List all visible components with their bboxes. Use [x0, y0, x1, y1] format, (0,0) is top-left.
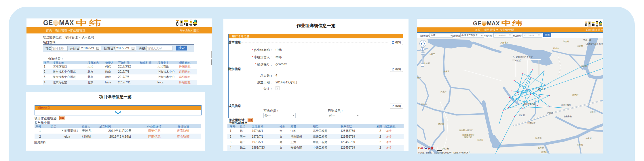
svg-text:湖南华星纸业: 湖南华星纸业: [462, 134, 474, 136]
svg-text:五阳桥幼儿园: 五阳桥幼儿园: [523, 103, 535, 105]
svg-text:杨家村: 杨家村: [585, 137, 592, 140]
svg-text:加好圩村: 加好圩村: [500, 42, 508, 44]
svg-text:陈家村: 陈家村: [577, 144, 583, 146]
svg-text:Bai: Bai: [418, 147, 423, 150]
svg-text:转龙江桥: 转龙江桥: [527, 122, 535, 124]
svg-text:好事港养户 卫生室: 好事港养户 卫生室: [516, 56, 533, 58]
svg-text:有限公司: 有限公司: [464, 136, 472, 138]
svg-text:华夏二路: 华夏二路: [583, 39, 591, 41]
svg-text:侯家湾: 侯家湾: [421, 103, 427, 106]
svg-text:惠南新力模型厂: 惠南新力模型厂: [459, 129, 473, 132]
svg-text:轨迹1: 轨迹1: [538, 87, 545, 91]
svg-text:明勤养老: 明勤养老: [564, 115, 572, 117]
svg-text:叶春村: 叶春村: [553, 47, 559, 50]
svg-text:练西村: 练西村: [572, 94, 578, 96]
svg-text:陆家宅: 陆家宅: [535, 137, 542, 139]
svg-text:田肚浜: 田肚浜: [515, 59, 521, 62]
svg-text:黄家湾: 黄家湾: [440, 91, 447, 93]
svg-text:沪南路: 沪南路: [547, 112, 553, 114]
svg-text:◦ 上海思学苑校 有限公司: ◦ 上海思学苑校 有限公司: [585, 43, 603, 45]
svg-text:日湖江海桥: 日湖江海桥: [561, 104, 571, 106]
svg-text:金星村: 金星村: [424, 62, 430, 65]
svg-text:史家圩: 史家圩: [477, 139, 483, 141]
svg-text:西曹村: 西曹村: [541, 151, 547, 153]
svg-text:黄家坝: 黄家坝: [443, 70, 449, 73]
svg-text:水则村: 水则村: [577, 45, 583, 47]
svg-text:王家桥: 王家桥: [538, 147, 544, 149]
svg-text:召农村: 召农村: [590, 111, 596, 113]
svg-text:大坪: 大坪: [417, 77, 421, 79]
svg-text:张农村: 张农村: [519, 114, 525, 117]
svg-text:朱园村: 朱园村: [563, 40, 569, 43]
svg-text:杨家宅: 杨家宅: [581, 65, 587, 68]
svg-text:山泉王: 山泉王: [429, 53, 435, 55]
svg-text:晴六圩: 晴六圩: [438, 123, 444, 125]
